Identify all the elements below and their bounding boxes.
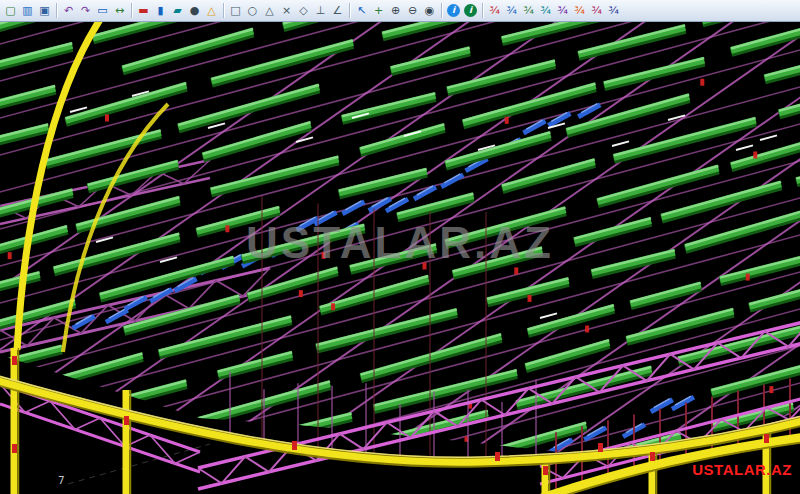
cad-application-window: ▢▥▣↶↷▭↔▬▮▰●△□○△×◇⊥∠↖+⊕⊖◉ii¾¾¾¾¾¾¾¾ USTAL… xyxy=(0,0,800,494)
view-filter-green-button[interactable]: ¾ xyxy=(520,2,537,20)
inquire-object-button[interactable]: i xyxy=(445,2,462,20)
undo-icon: ↶ xyxy=(64,5,73,16)
open-model-button[interactable]: ▥ xyxy=(19,2,36,20)
toolbar-separator xyxy=(223,3,224,18)
view-filter-red-button[interactable]: ¾ xyxy=(486,2,503,20)
new-model-icon: ▢ xyxy=(5,5,15,16)
toolbar-separator xyxy=(441,3,442,18)
view-filter-crimson-icon: ¾ xyxy=(591,5,602,16)
view-filter-teal-icon: ¾ xyxy=(540,5,551,16)
zoom-in-icon: ⊕ xyxy=(391,5,400,16)
toolbar-separator xyxy=(482,3,483,18)
create-column-icon: ▮ xyxy=(157,5,163,16)
create-beam-icon: ▬ xyxy=(138,5,148,16)
fit-work-area-icon: ◉ xyxy=(425,5,435,16)
move-object-icon: ↔ xyxy=(115,5,124,16)
select-pointer-icon: ↖ xyxy=(357,5,366,16)
create-bolt-button[interactable]: ● xyxy=(186,2,203,20)
grid-label-7: 7 xyxy=(58,474,65,487)
redo-button[interactable]: ↷ xyxy=(77,2,94,20)
inquire-assembly-icon: i xyxy=(464,4,477,17)
snap-triangle-icon: △ xyxy=(265,5,273,16)
brand-text: USTALAR.AZ xyxy=(692,461,792,478)
snap-circle-button[interactable]: ○ xyxy=(244,2,261,20)
inquire-assembly-button[interactable]: i xyxy=(462,2,479,20)
zoom-out-button[interactable]: ⊖ xyxy=(404,2,421,20)
zoom-in-button[interactable]: ⊕ xyxy=(387,2,404,20)
create-plate-icon: ▰ xyxy=(173,5,181,16)
move-object-button[interactable]: ↔ xyxy=(111,2,128,20)
view-filter-purple-button[interactable]: ¾ xyxy=(554,2,571,20)
open-model-icon: ▥ xyxy=(22,5,32,16)
snap-perpendicular-button[interactable]: ⊥ xyxy=(312,2,329,20)
view-filter-purple-icon: ¾ xyxy=(557,5,568,16)
snap-angle-button[interactable]: ∠ xyxy=(329,2,346,20)
main-toolbar: ▢▥▣↶↷▭↔▬▮▰●△□○△×◇⊥∠↖+⊕⊖◉ii¾¾¾¾¾¾¾¾ xyxy=(0,0,800,22)
view-filter-blue-button[interactable]: ¾ xyxy=(503,2,520,20)
pan-hand-icon: + xyxy=(374,5,383,16)
view-filter-green-icon: ¾ xyxy=(523,5,534,16)
snap-cross-button[interactable]: × xyxy=(278,2,295,20)
undo-button[interactable]: ↶ xyxy=(60,2,77,20)
save-model-icon: ▣ xyxy=(39,5,49,16)
snap-diamond-button[interactable]: ◇ xyxy=(295,2,312,20)
select-pointer-button[interactable]: ↖ xyxy=(353,2,370,20)
view-filter-teal-button[interactable]: ¾ xyxy=(537,2,554,20)
create-plate-button[interactable]: ▰ xyxy=(169,2,186,20)
create-bolt-icon: ● xyxy=(190,5,200,16)
model-viewport[interactable]: USTALAR.AZ 7 USTALAR.AZ xyxy=(0,22,800,494)
snap-rectangle-button[interactable]: □ xyxy=(227,2,244,20)
redo-icon: ↷ xyxy=(81,5,90,16)
snap-circle-icon: ○ xyxy=(248,5,258,16)
fit-work-area-button[interactable]: ◉ xyxy=(421,2,438,20)
view-filter-orange-icon: ¾ xyxy=(574,5,585,16)
snap-rectangle-icon: □ xyxy=(230,5,240,16)
view-filter-orange-button[interactable]: ¾ xyxy=(571,2,588,20)
snap-triangle-button[interactable]: △ xyxy=(261,2,278,20)
zoom-out-icon: ⊖ xyxy=(408,5,417,16)
snap-angle-icon: ∠ xyxy=(333,5,343,16)
view-filter-crimson-button[interactable]: ¾ xyxy=(588,2,605,20)
create-beam-button[interactable]: ▬ xyxy=(135,2,152,20)
toolbar-separator xyxy=(56,3,57,18)
create-column-button[interactable]: ▮ xyxy=(152,2,169,20)
copy-object-icon: ▭ xyxy=(97,5,107,16)
snap-perpendicular-icon: ⊥ xyxy=(316,5,326,16)
view-filter-navy-button[interactable]: ¾ xyxy=(605,2,622,20)
snap-cross-icon: × xyxy=(282,5,291,16)
snap-diamond-icon: ◇ xyxy=(299,5,307,16)
new-model-button[interactable]: ▢ xyxy=(2,2,19,20)
create-weld-icon: △ xyxy=(207,5,215,16)
copy-object-button[interactable]: ▭ xyxy=(94,2,111,20)
toolbar-separator xyxy=(349,3,350,18)
toolbar-separator xyxy=(131,3,132,18)
pan-hand-button[interactable]: + xyxy=(370,2,387,20)
model-3d-scene xyxy=(0,22,800,494)
view-filter-red-icon: ¾ xyxy=(489,5,500,16)
save-model-button[interactable]: ▣ xyxy=(36,2,53,20)
view-filter-blue-icon: ¾ xyxy=(506,5,517,16)
create-weld-button[interactable]: △ xyxy=(203,2,220,20)
inquire-object-icon: i xyxy=(447,4,460,17)
view-filter-navy-icon: ¾ xyxy=(608,5,619,16)
